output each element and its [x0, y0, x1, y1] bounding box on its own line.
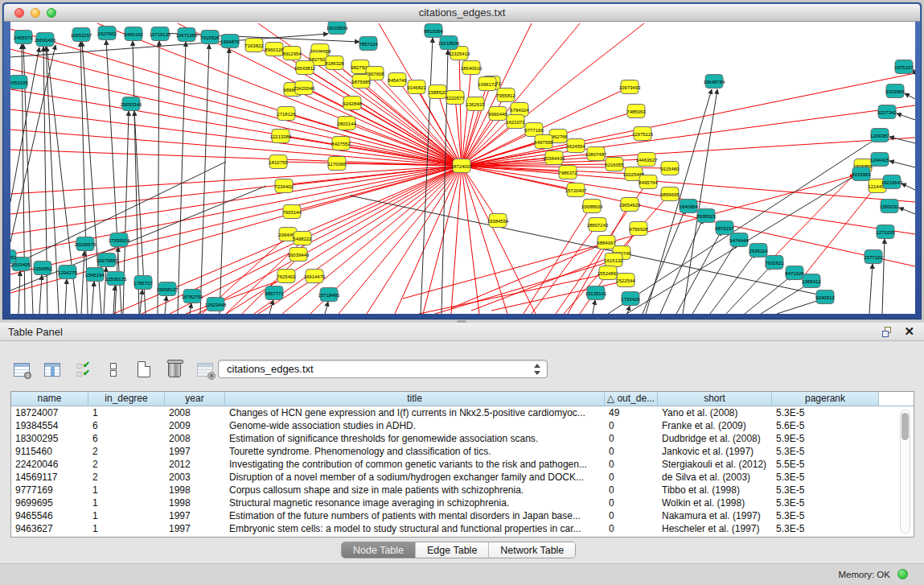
graph-node[interactable]: 20206576: [75, 237, 97, 251]
table-selector-dropdown[interactable]: citations_edges.txt: [218, 360, 548, 378]
graph-node[interactable]: 1096172: [478, 77, 497, 91]
delete-table-button[interactable]: [164, 359, 185, 380]
import-table-button[interactable]: x: [195, 359, 216, 380]
close-panel-icon[interactable]: ✕: [904, 325, 914, 338]
graph-node[interactable]: 12923448: [205, 298, 227, 311]
graph-node[interactable]: 18807243: [587, 218, 609, 232]
graph-node[interactable]: 14463627: [636, 153, 658, 167]
graph-node[interactable]: 9242848: [343, 97, 362, 110]
table-row[interactable]: 969969511998Structural magnetic resonanc…: [11, 496, 914, 509]
scrollbar-thumb[interactable]: [901, 413, 909, 440]
graph-node[interactable]: 7986372: [558, 166, 577, 179]
graph-node[interactable]: 8220577: [446, 91, 465, 105]
graph-node[interactable]: 15718485: [318, 288, 340, 302]
graph-node[interactable]: 1156852: [34, 262, 53, 275]
graph-node[interactable]: 7632621: [765, 256, 784, 270]
table-row[interactable]: 1872400712008Changes of HCN gene express…: [11, 406, 914, 419]
graph-node[interactable]: 7485063: [626, 105, 646, 118]
table-settings-button[interactable]: ⚙: [11, 359, 32, 380]
graph-node[interactable]: 8813054: [424, 24, 443, 38]
graph-node[interactable]: 18724007: [451, 159, 473, 173]
float-panel-icon[interactable]: [882, 327, 893, 337]
graph-node[interactable]: 20364436: [544, 151, 565, 165]
graph-node[interactable]: 7603144: [282, 205, 302, 219]
graph-node[interactable]: 9115460: [661, 162, 680, 175]
graph-node[interactable]: 5498222: [293, 232, 312, 245]
graph-node[interactable]: 16210643: [881, 175, 903, 189]
tab-node-table[interactable]: Node Table: [342, 542, 416, 558]
graph-node[interactable]: 19654923: [619, 198, 641, 212]
graph-node[interactable]: 2935114: [749, 244, 769, 257]
graph-node[interactable]: 10653257: [71, 28, 92, 42]
create-table-button[interactable]: [133, 359, 154, 380]
table-row[interactable]: 977716911998Corpus callosum shape and si…: [11, 484, 914, 496]
vertical-scrollbar[interactable]: [900, 410, 910, 534]
graph-node[interactable]: 1588520: [428, 85, 447, 99]
table-row[interactable]: 911546021997Tourette syndrome. Phenomeno…: [11, 445, 914, 458]
network-window-titlebar[interactable]: citations_edges.txt: [4, 4, 920, 22]
graph-node[interactable]: 19958107: [157, 282, 179, 296]
table-row[interactable]: 946362711997Embryonic stem cells: a mode…: [11, 522, 914, 535]
graph-node[interactable]: 2522544: [616, 274, 635, 287]
column-header-name[interactable]: name: [11, 392, 88, 406]
graph-node[interactable]: 1362615: [466, 97, 485, 111]
graph-node[interactable]: 6794024: [510, 103, 529, 117]
column-header-in_degree[interactable]: in_degree: [88, 392, 165, 406]
graph-node[interactable]: 1621072: [506, 115, 525, 129]
column-header-short[interactable]: short: [658, 392, 772, 406]
network-graph-canvas[interactable]: 7163822896012889129542322605898275051654…: [10, 22, 915, 314]
column-header-pagerank[interactable]: pagerank: [772, 392, 879, 406]
graph-node[interactable]: 16033809: [326, 22, 348, 35]
graph-node[interactable]: 6216055: [605, 158, 624, 171]
graph-node[interactable]: 1810755: [269, 155, 288, 169]
graph-node[interactable]: 15720407: [565, 183, 587, 197]
graph-node[interactable]: 9777169: [524, 123, 544, 137]
graph-node[interactable]: 20691406: [35, 33, 56, 47]
graph-node[interactable]: 2053105: [10, 76, 28, 89]
graph-node[interactable]: 16648784: [704, 75, 725, 89]
graph-node[interactable]: 17359924: [109, 233, 130, 247]
graph-node[interactable]: 1294275: [58, 266, 77, 279]
select-columns-button[interactable]: ✔✔: [72, 359, 93, 380]
graph-node[interactable]: 1209387: [870, 129, 889, 142]
graph-node[interactable]: 7234402: [274, 179, 294, 193]
column-header-year[interactable]: year: [165, 392, 225, 406]
graph-node[interactable]: 1545194: [85, 268, 105, 282]
graph-node[interactable]: 12213384: [270, 130, 292, 143]
graph-node[interactable]: 1577102: [864, 250, 883, 264]
graph-node[interactable]: 9899695: [660, 187, 680, 201]
graph-node[interactable]: 8427552: [331, 137, 351, 150]
graph-node[interactable]: 7955812: [496, 89, 515, 102]
column-header-out_de[interactable]: △ out_de...: [605, 392, 658, 406]
tab-edge-table[interactable]: Edge Table: [416, 542, 489, 558]
graph-node[interactable]: 19384554: [487, 214, 509, 228]
graph-node[interactable]: 6497568: [534, 135, 553, 149]
graph-node[interactable]: 1569231: [880, 200, 899, 213]
graph-node[interactable]: 6879197: [715, 221, 734, 235]
graph-node[interactable]: 16039449: [288, 248, 310, 262]
graph-node[interactable]: 8471626: [785, 266, 804, 280]
table-row[interactable]: 946554611997Estimation of the future num…: [11, 509, 914, 522]
graph-node[interactable]: 9857771: [265, 286, 284, 300]
graph-node[interactable]: 2718126: [277, 107, 296, 121]
graph-node[interactable]: 1065412: [802, 274, 821, 288]
graph-node[interactable]: 9240512: [815, 290, 835, 304]
graph-node[interactable]: 1244415: [870, 153, 889, 167]
graph-node[interactable]: 16782759: [182, 290, 203, 303]
graph-node[interactable]: 10719135: [150, 27, 171, 41]
graph-node[interactable]: 8938923: [696, 209, 716, 223]
graph-node[interactable]: 16543812: [294, 61, 316, 75]
graph-node[interactable]: 29053346: [121, 97, 142, 111]
table-row[interactable]: 1830029562008Estimation of significance …: [11, 432, 914, 445]
graph-node[interactable]: 7163822: [244, 39, 264, 52]
graph-node[interactable]: 1271035: [876, 225, 895, 239]
graph-node[interactable]: 1640954: [679, 200, 698, 213]
graph-node[interactable]: 8186328: [325, 56, 344, 70]
graph-node[interactable]: 3505051: [10, 250, 17, 264]
graph-node[interactable]: 9474444: [729, 233, 749, 247]
graph-node[interactable]: 1615132: [604, 253, 623, 267]
graph-node[interactable]: 10807487: [585, 147, 607, 161]
memory-ok-indicator[interactable]: [897, 569, 908, 579]
graph-node[interactable]: 8912954: [282, 47, 302, 60]
tab-network-table[interactable]: Network Table: [489, 542, 575, 558]
